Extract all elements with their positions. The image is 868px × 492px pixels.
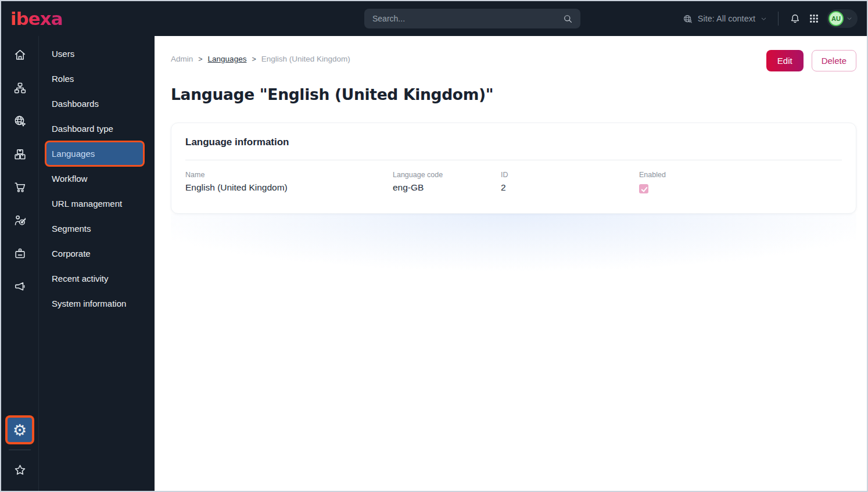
- page-title: Language "English (United Kingdom)": [171, 85, 851, 103]
- search-input[interactable]: [364, 14, 562, 23]
- breadcrumb-languages-link[interactable]: Languages: [208, 55, 247, 63]
- sitemap-icon: [13, 81, 27, 95]
- rail-corporate-button[interactable]: [1, 237, 38, 270]
- breadcrumb-current: English (United Kingdom): [261, 55, 350, 63]
- site-context-label: Site: All context: [698, 14, 755, 23]
- language-fields: Name English (United Kingdom) Language c…: [185, 171, 842, 196]
- field-enabled: Enabled: [639, 171, 842, 196]
- person-target-icon: [13, 213, 27, 228]
- topbar-right-group: Site: All context A: [682, 9, 867, 28]
- star-icon: [13, 463, 27, 477]
- field-id-label: ID: [501, 171, 639, 179]
- field-language-code-value: eng-GB: [393, 182, 501, 193]
- rail-bottom-group: ⚙: [1, 418, 38, 491]
- globe-icon: [682, 13, 693, 24]
- rail-customer-targeting-button[interactable]: [1, 204, 38, 237]
- breadcrumb-separator: >: [198, 55, 202, 63]
- sidebar-item-roles[interactable]: Roles: [39, 66, 155, 91]
- rail-bookmarks-button[interactable]: [1, 457, 38, 483]
- avatar: AU: [828, 11, 844, 26]
- sidebar-item-users[interactable]: Users: [39, 41, 155, 66]
- sidebar-item-system-information[interactable]: System information: [39, 291, 155, 316]
- rail-site-button[interactable]: [1, 105, 38, 138]
- user-menu[interactable]: AU: [827, 9, 858, 28]
- badge-icon: [13, 246, 27, 261]
- breadcrumb-separator: >: [252, 55, 256, 63]
- sidebar-item-languages[interactable]: Languages: [46, 142, 143, 165]
- globe-cursor-icon: [13, 114, 27, 128]
- chevron-down-icon: [846, 15, 853, 22]
- grid-icon: [809, 13, 819, 24]
- chevron-down-icon: [760, 15, 767, 23]
- enabled-checkbox[interactable]: [639, 184, 648, 193]
- sidebar-item-dashboard-type[interactable]: Dashboard type: [39, 116, 155, 141]
- sidebar-item-segments[interactable]: Segments: [39, 216, 155, 241]
- card-glow-decoration: [171, 214, 856, 288]
- megaphone-icon: [13, 279, 27, 294]
- field-name: Name English (United Kingdom): [185, 171, 393, 196]
- breadcrumb: Admin > Languages > English (United King…: [171, 50, 350, 63]
- top-bar: ibexa Site: All context: [1, 1, 867, 36]
- gear-icon: ⚙: [13, 422, 27, 438]
- field-language-code: Language code eng-GB: [393, 171, 501, 196]
- bell-icon: [789, 13, 801, 25]
- field-name-value: English (United Kingdom): [185, 182, 393, 193]
- rail-product-catalog-button[interactable]: [1, 138, 38, 171]
- primary-nav-rail: ⚙: [1, 36, 39, 491]
- field-id-value: 2: [501, 182, 639, 193]
- sidebar-item-corporate[interactable]: Corporate: [39, 241, 155, 266]
- rail-commerce-button[interactable]: [1, 171, 38, 204]
- field-id: ID 2: [501, 171, 639, 196]
- rail-content-structure-button[interactable]: [1, 71, 38, 105]
- app-switcher-button[interactable]: [809, 13, 819, 24]
- sidebar-item-workflow[interactable]: Workflow: [39, 166, 155, 191]
- field-name-label: Name: [185, 171, 393, 179]
- field-language-code-label: Language code: [393, 171, 501, 179]
- rail-home-button[interactable]: [1, 38, 38, 71]
- rail-marketing-button[interactable]: [1, 270, 38, 303]
- card-title: Language information: [185, 137, 842, 148]
- shopping-cart-icon: [13, 180, 27, 195]
- topbar-divider: [778, 12, 779, 26]
- rail-admin-settings-button[interactable]: ⚙: [8, 418, 32, 442]
- search-icon: [562, 13, 573, 24]
- language-information-card: Language information Name English (Unite…: [171, 123, 856, 214]
- edit-button[interactable]: Edit: [766, 50, 804, 71]
- app-window: ibexa Site: All context: [0, 0, 868, 492]
- field-enabled-label: Enabled: [639, 171, 842, 179]
- page-actions: Edit Delete: [766, 50, 856, 71]
- site-context-selector[interactable]: Site: All context: [682, 13, 767, 24]
- notifications-button[interactable]: [789, 13, 801, 25]
- main-content: Admin > Languages > English (United King…: [155, 36, 867, 491]
- breadcrumb-admin: Admin: [171, 55, 193, 63]
- sidebar-item-recent-activity[interactable]: Recent activity: [39, 266, 155, 291]
- ibexa-logo[interactable]: ibexa: [10, 8, 63, 29]
- card-divider: [185, 160, 842, 160]
- global-search[interactable]: [364, 9, 580, 28]
- delete-button[interactable]: Delete: [812, 50, 856, 71]
- boxes-icon: [13, 147, 27, 161]
- admin-sidebar: Users Roles Dashboards Dashboard type La…: [39, 36, 155, 491]
- sidebar-item-url-management[interactable]: URL management: [39, 191, 155, 216]
- home-icon: [13, 48, 27, 62]
- rail-divider: [9, 450, 31, 450]
- sidebar-item-dashboards[interactable]: Dashboards: [39, 91, 155, 116]
